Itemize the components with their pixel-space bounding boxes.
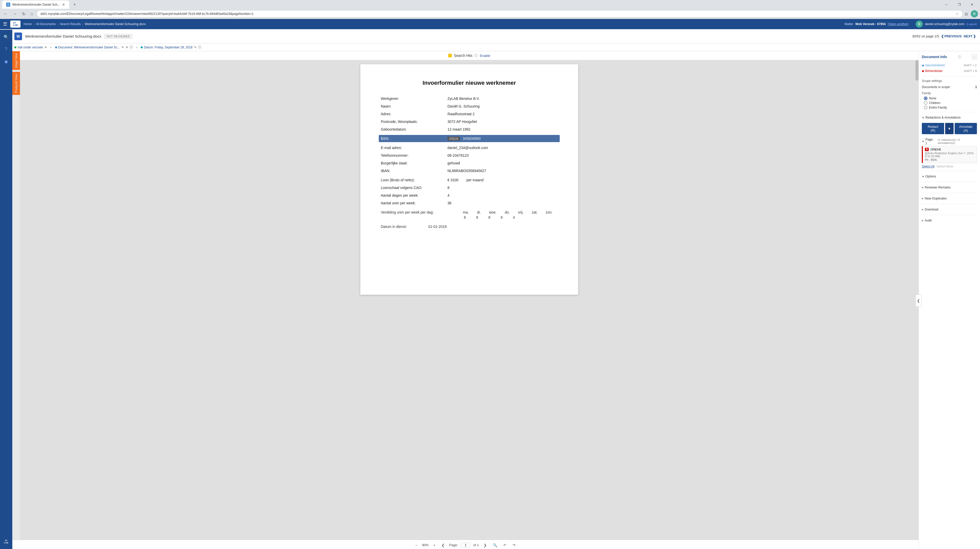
- schedule-zon: zon.: [546, 210, 552, 214]
- reviewer-remarks-header[interactable]: ▶ Reviewer Remarks: [922, 185, 977, 190]
- select-row: Select All Select None: [922, 165, 977, 168]
- sidebar-icon-zylab[interactable]: ZYLAB: [2, 538, 10, 546]
- field-uren-label: Aantal uren per week:: [381, 201, 447, 205]
- download-header[interactable]: ▶ Download: [922, 207, 977, 212]
- refresh-button[interactable]: ↻: [21, 11, 27, 17]
- open-another-link[interactable]: (Open another): [888, 22, 908, 26]
- tab-close-button[interactable]: ✕: [62, 3, 65, 7]
- url-bar[interactable]: sb01.myzylab.com/EDiscovery/LegalReview/…: [37, 10, 963, 17]
- doc-content-wrapper[interactable]: Invoerformulier nieuwe werknemer Werkgev…: [20, 60, 918, 540]
- tag2-remove-icon[interactable]: ✕: [126, 46, 128, 49]
- field-bsn-highlighted: BSN: (10)(1d) 345634583: [379, 135, 560, 142]
- scope-settings-section: Scope settings Documents in scope: 1 Fam…: [922, 79, 977, 109]
- zoom-fit-button[interactable]: 🔍: [491, 543, 499, 548]
- redactions-header[interactable]: ▼ Redactions & Annotations: [922, 115, 977, 121]
- family-label: Family: [922, 91, 977, 95]
- home-button[interactable]: ⌂: [29, 11, 35, 17]
- bookmark-icon[interactable]: ☆: [956, 12, 959, 16]
- browser-chrome: Z Werknemersformulier Daniel Sch... ✕ + …: [0, 0, 980, 9]
- sidebar-bottom: ZYLAB: [2, 538, 10, 546]
- tag1-text[interactable]: Valt onder verzoek: [18, 46, 43, 49]
- family-children-radio[interactable]: [924, 101, 928, 105]
- scrollbar-thumb[interactable]: [915, 60, 918, 81]
- page1-section: ▼ Page: 1 (1 redaction(s) / 0 annotation…: [922, 137, 977, 163]
- rotate-ccw-button[interactable]: ↶: [502, 543, 508, 548]
- near-duplicates-header[interactable]: ▶ Near-Duplicates: [922, 196, 977, 201]
- family-none-option[interactable]: None: [924, 97, 977, 100]
- handler-label: ◆ Behandelaar: [922, 69, 943, 73]
- panel-minimize-button[interactable]: □: [972, 54, 977, 59]
- page-toolbar: − 90% + ❮ Page: of 1 ❯ 🔍 ↶ ↷: [12, 540, 918, 549]
- extensions-icon[interactable]: ⧈: [965, 11, 968, 17]
- enable-link[interactable]: Enable: [480, 54, 490, 58]
- family-entire-radio[interactable]: [924, 106, 928, 109]
- panel-help-icon[interactable]: ⓘ: [958, 55, 961, 59]
- family-children-option[interactable]: Children: [924, 101, 977, 105]
- tag3-edit-icon[interactable]: ✎: [194, 46, 197, 49]
- diamond-red-icon: ◆: [922, 69, 924, 73]
- browser-tab[interactable]: Z Werknemersformulier Daniel Sch... ✕: [2, 0, 69, 9]
- hamburger-menu[interactable]: ☰: [3, 21, 7, 27]
- prev-button[interactable]: ❮ PREVIOUS: [941, 34, 961, 38]
- family-none-radio[interactable]: [924, 97, 928, 100]
- sidebar-icon-user[interactable]: ◉: [2, 57, 10, 65]
- options-header[interactable]: ▼ Options: [922, 174, 977, 179]
- tag3-text[interactable]: Datum: Friday, September 28, 2018: [144, 46, 192, 49]
- breadcrumb-search-results[interactable]: Search Results: [60, 22, 81, 26]
- redact-button[interactable]: Redact (R): [922, 123, 944, 134]
- tag2-edit-icon[interactable]: ✎: [121, 46, 124, 49]
- prev-page-button[interactable]: ❮: [440, 543, 446, 548]
- tag3-info-icon[interactable]: ⓘ: [198, 45, 201, 49]
- zoom-in-button[interactable]: +: [432, 543, 437, 548]
- select-all-link[interactable]: Select All: [922, 165, 934, 168]
- user-avatar: D: [916, 21, 923, 28]
- tag-datum: Datum: Friday, September 28, 2018 ✎ ⓘ: [141, 45, 201, 49]
- near-duplicates-section: ▶ Near-Duplicates: [922, 196, 977, 201]
- doc-header: W Werknemersformulier Daniel Schuuring.d…: [0, 29, 980, 43]
- back-button[interactable]: ←: [2, 11, 9, 17]
- search-hits-bar: Search Hits ⓘ Enable: [20, 51, 918, 60]
- field-dagen-label: Aantal dagen per week:: [381, 193, 447, 197]
- field-loon-value: € 3100 per maand: [447, 178, 484, 182]
- search-hits-info-icon[interactable]: ⓘ: [474, 53, 478, 58]
- forward-button[interactable]: →: [11, 11, 19, 17]
- download-icon: ▶: [922, 208, 924, 211]
- tag1-remove-icon[interactable]: ✕: [45, 46, 47, 49]
- breadcrumb-home[interactable]: Home: [24, 22, 32, 26]
- maximize-button[interactable]: ❐: [953, 0, 965, 9]
- dienst-label: Datum in dienst:: [381, 225, 407, 228]
- schedule-do: do.: [505, 210, 510, 214]
- tag2-info-icon[interactable]: ⓘ: [130, 45, 133, 49]
- sidebar-icon-help[interactable]: ?: [2, 45, 10, 53]
- image-view-tab[interactable]: Image View: [12, 51, 20, 70]
- annotate-button[interactable]: Annotate (A): [955, 123, 977, 134]
- controlled-shortcut: SHIFT + C: [964, 64, 977, 67]
- next-button[interactable]: NEXT ❯: [964, 34, 976, 38]
- close-button[interactable]: ✕: [966, 0, 978, 9]
- page1-header[interactable]: ▼ Page: 1 (1 redaction(s) / 0 annotation…: [922, 137, 977, 146]
- page-input[interactable]: [461, 543, 470, 548]
- schedule-vrij: vrij.: [518, 210, 523, 214]
- new-tab-button[interactable]: +: [71, 1, 78, 8]
- produced-view-tab[interactable]: Produced View: [12, 72, 20, 95]
- left-sidebar: 🔍 ? ◉ ZYLAB: [0, 30, 12, 549]
- minimize-button[interactable]: ─: [940, 0, 952, 9]
- expand-panel-arrow[interactable]: ❮: [915, 295, 921, 307]
- url-bar-icons: ☆: [956, 12, 959, 16]
- tag2-text[interactable]: Document: Werknemersformulier Daniel Sc.…: [58, 46, 120, 49]
- dienst-value: 01-01-2018: [428, 225, 447, 228]
- sidebar-icon-search[interactable]: 🔍: [2, 33, 10, 41]
- audit-header[interactable]: ▶ Audit: [922, 217, 977, 223]
- browser-user-avatar[interactable]: D: [971, 10, 978, 17]
- redact-dropdown-button[interactable]: ▼: [945, 123, 954, 134]
- tag-green-dot: [14, 46, 16, 48]
- rotate-cw-button[interactable]: ↷: [511, 543, 517, 548]
- breadcrumb-all-docs[interactable]: All Documents: [36, 22, 56, 26]
- page-of-text: of 1: [473, 543, 479, 547]
- divider3: [922, 171, 977, 171]
- schedule-ma: ma.: [463, 210, 469, 214]
- family-entire-option[interactable]: Entire Family: [924, 106, 977, 109]
- logout-link[interactable]: (Logout): [966, 22, 977, 25]
- next-page-button[interactable]: ❯: [482, 543, 488, 548]
- zoom-out-button[interactable]: −: [414, 543, 419, 548]
